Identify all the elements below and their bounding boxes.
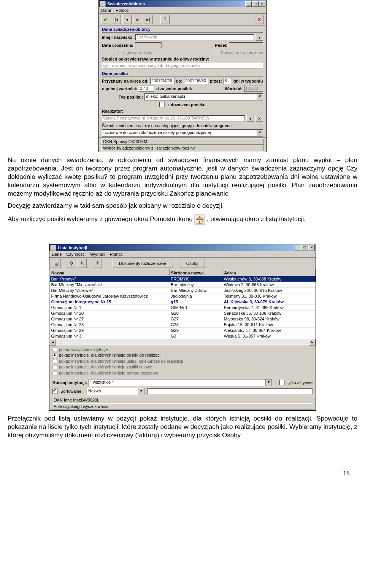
radio-icon[interactable]	[52, 371, 57, 376]
radio-icon[interactable]	[52, 359, 57, 364]
table-row[interactable]: Gimnazjum Nr 20G20Senatorska 35, 30-106 …	[50, 310, 316, 316]
col-name[interactable]: Nazwa	[50, 269, 170, 276]
close-button[interactable]: ×	[308, 245, 315, 250]
dob-input[interactable]	[135, 42, 162, 48]
table-row[interactable]: Bar "Promyk"PROMYKWysłouchów 8, 30-838 K…	[50, 276, 316, 282]
radio-icon[interactable]	[52, 347, 57, 352]
menu-czynnosci[interactable]: Czynności	[66, 252, 86, 257]
filter-radio-label: pokaż instytucje, dla których istnieją z…	[59, 365, 152, 369]
table-row[interactable]: Bar Mleczny "Zdrowie"Bar Mleczny Zdrow.J…	[50, 287, 316, 293]
period-from-input[interactable]: 2007/04/26	[150, 78, 175, 84]
scroll-right-icon[interactable]: ▸	[309, 339, 316, 346]
tool-1-icon[interactable]: ▤	[52, 259, 61, 268]
table-cell: Wąska 5, 31-057 Kraków	[222, 333, 316, 339]
statusbar: OKN Inne Inst:BW0020L Pole szybkiego wys…	[49, 396, 316, 410]
worth-label: Wartość:	[225, 86, 243, 91]
table-row[interactable]: Gimnazjum Nr 3G3Wąska 5, 31-057 Kraków	[50, 333, 316, 339]
name-dropdown-button[interactable]: ▾	[256, 34, 263, 41]
chevron-down-icon[interactable]: ▼	[257, 130, 263, 136]
nav-first-icon[interactable]: |◂	[112, 15, 121, 24]
tool-edit-icon[interactable]: ✎	[78, 259, 87, 268]
chevron-down-icon[interactable]: ▼	[265, 379, 271, 386]
help-icon[interactable]: ?	[160, 15, 170, 24]
delivery-checkbox[interactable]	[159, 102, 165, 107]
table-row[interactable]: Gimnazjum Nr 1GIM Nr 1Bernardyńska 7, 31…	[50, 304, 316, 310]
pesel-input[interactable]	[229, 42, 263, 48]
table-row[interactable]: Gimnazjum Nr 28G28Bujaka 15, 30-611 Krak…	[50, 322, 316, 327]
maximize-button[interactable]: □	[252, 1, 259, 7]
chevron-down-icon[interactable]: ▼	[257, 94, 263, 100]
nav-next-icon[interactable]: ▸	[133, 15, 142, 24]
filter-radio-row[interactable]: pokaż wszystkie instytucje	[52, 347, 313, 353]
filter-radio-row[interactable]: pokaż instytucje, dla których istnieją z…	[52, 364, 313, 370]
tool-view-icon[interactable]: ⚲	[67, 259, 76, 268]
period-to-input[interactable]: 2007/06/30	[184, 78, 208, 84]
table-cell: PROMYK	[169, 276, 222, 282]
realizer-label: Realizator:	[102, 109, 123, 113]
toolbar: ▤ ⚲ ✎ ? Dokumenty rozliczeniowe Osoby	[49, 258, 316, 269]
sort-select[interactable]: Nazwa ▼	[87, 388, 144, 395]
radio-icon[interactable]	[52, 353, 57, 358]
settlement-docs-button[interactable]: Dokumenty rozliczeniowe	[113, 259, 173, 268]
realizer-dropdown-button[interactable]: ▾	[246, 115, 254, 122]
close-button[interactable]: ×	[259, 1, 265, 7]
minimize-button[interactable]: _	[245, 1, 252, 7]
svg-rect-3	[199, 221, 200, 223]
relation-input[interactable]: syn; również przysposobiony lub drugiego…	[102, 63, 263, 69]
table-row[interactable]: Firma Handlowo-Usługowa Jarosław Krzyszt…	[50, 293, 316, 299]
mealtype-select[interactable]: mleko; bułka/kanapki ▼	[144, 93, 263, 100]
okn-label: OKN Sprawy:OK0016M	[101, 139, 264, 145]
table-row[interactable]: Bar Mleczny "Mieszczański"Bar mlecznyWio…	[50, 282, 316, 287]
institutions-table[interactable]: Nazwa Skrócona nazwa Adres Bar "Promyk"P…	[49, 269, 316, 339]
nav-last-icon[interactable]: ▸|	[144, 15, 153, 24]
tool-confirm-icon[interactable]: ✔	[101, 15, 110, 24]
col-address[interactable]: Adres	[222, 269, 316, 276]
period-to-label: do:	[176, 79, 182, 83]
filter-radio-row[interactable]: pokaż instytucje, dla których istnieją u…	[52, 359, 313, 365]
realizer-input[interactable]: Szkoła Podstawowa nr 3 Kopernika 10, 33-…	[102, 115, 245, 121]
menu-wydruki[interactable]: Wydruki	[90, 252, 105, 257]
help-icon[interactable]: ?	[93, 259, 102, 268]
fullval-input[interactable]: 2,40	[139, 86, 154, 92]
nav-prev-icon[interactable]: ◂	[122, 15, 132, 24]
table-cell: Bar Mleczny "Zdrowie"	[50, 287, 170, 293]
table-row[interactable]: Gimnazjum Nr 27G27Malborska 98, 30-624 K…	[50, 316, 316, 322]
realizer-clear-button[interactable]: ✕	[256, 115, 263, 122]
filter-radio-row[interactable]: pokaż instytucje, dla których istnieją p…	[52, 352, 313, 359]
name-input[interactable]: Jan Nowak	[135, 34, 254, 40]
menu-dane[interactable]: Dane	[101, 8, 111, 13]
table-row[interactable]: Gimnazjum Integracyjne Nr 15g15Al. Kijow…	[50, 299, 316, 304]
scroll-left-icon[interactable]: ◂	[49, 339, 56, 346]
tool-close-icon[interactable]: ✕	[255, 15, 264, 24]
radio-icon[interactable]	[52, 365, 57, 370]
col-short[interactable]: Skrócona nazwa	[169, 269, 222, 276]
table-cell: Aleksandry 17, 30-864 Kraków	[222, 327, 316, 333]
program-group-select[interactable]: uczniowie do czasu ukończenia szkoły pon…	[102, 129, 263, 137]
titlebar[interactable]: Lista instytucji _ □ ×	[49, 244, 316, 251]
table-cell: Wysłouchów 8, 30-838 Kraków	[222, 276, 316, 282]
table-cell: Wiotowa 2, 30-668 Kraków	[222, 282, 316, 287]
table-cell: G29	[169, 327, 222, 333]
inst-type-label: Rodzaj instytucji:	[52, 380, 87, 385]
menu-pomoc[interactable]: Pomoc	[110, 252, 123, 257]
table-cell: Jasińskiego 30, 30-815 Kraków	[222, 287, 316, 293]
table-row[interactable]: Gimnazjum Nr 29G29Aleksandry 17, 30-864 …	[50, 327, 316, 333]
menu-dane[interactable]: Dane	[52, 252, 62, 257]
h-scrollbar[interactable]: ◂ ▸	[49, 339, 316, 345]
menu-pomoc[interactable]: Pomoc	[116, 8, 129, 13]
sort-checkbox[interactable]	[52, 389, 58, 394]
persons-button[interactable]: Osoby	[180, 259, 205, 268]
table-cell: Gimnazjum Nr 1	[50, 304, 170, 310]
maximize-button[interactable]: □	[302, 245, 308, 250]
window-title: Świadczeniobiorca	[107, 2, 245, 6]
chevron-down-icon[interactable]: ▼	[138, 388, 144, 395]
titlebar[interactable]: Świadczeniobiorca _ □ ×	[99, 0, 266, 7]
minimize-button[interactable]: _	[295, 245, 301, 250]
days-per-week-input[interactable]: 5	[224, 78, 232, 84]
filter-radio-row[interactable]: pokaż instytucje, dla których istnieje p…	[52, 370, 313, 376]
sort-filter-input[interactable]	[148, 388, 313, 394]
body-paragraph-3: Aby rozliczyć posiłki wybieramy z główne…	[8, 214, 357, 225]
toolbar: ✔ |◂ ◂ ▸ ▸| ? ✕	[99, 14, 266, 25]
only-active-checkbox[interactable]	[279, 380, 285, 385]
inst-type-select[interactable]: * wszystkie * ▼	[89, 379, 272, 386]
